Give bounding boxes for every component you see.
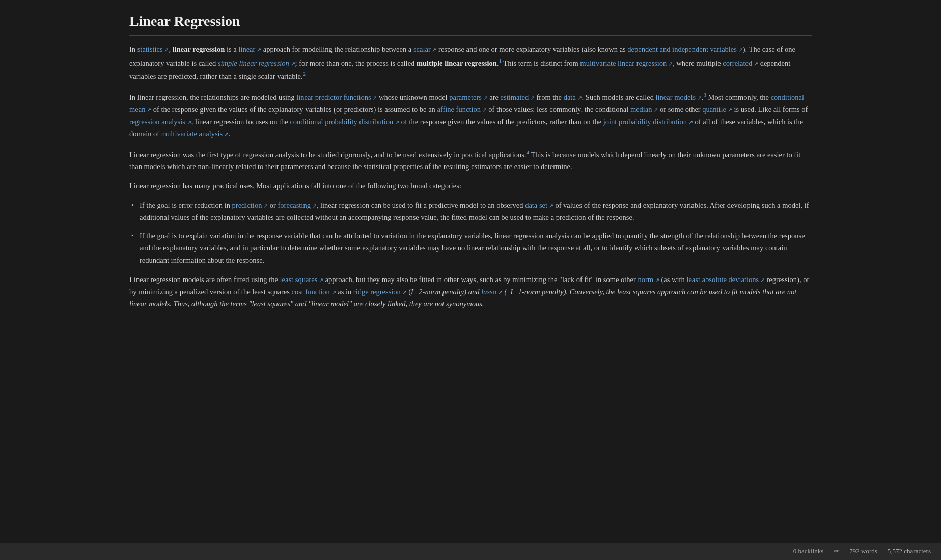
paragraph-3: Linear regression was the first type of … [129,148,812,174]
link-lasso[interactable]: lasso [481,288,503,296]
word-count-label: 792 words [849,546,877,557]
link-joint-probability-distribution[interactable]: joint probability distribution [603,118,693,126]
link-dependent-independent[interactable]: dependent and independent variables [627,45,742,53]
link-prediction[interactable]: prediction [232,201,268,209]
link-affine-function[interactable]: affine function [437,105,486,114]
cite-2[interactable]: 2 [303,71,306,77]
link-least-absolute-deviations[interactable]: least absolute deviations [686,275,765,284]
link-data-set[interactable]: data set [525,201,553,209]
word-count-item: 792 words [849,546,877,557]
link-data[interactable]: data [564,93,582,101]
link-quantile[interactable]: quantile [702,105,732,114]
link-statistics[interactable]: statistics [137,45,169,53]
link-correlated[interactable]: correlated [723,59,758,67]
link-norm[interactable]: norm [638,275,659,284]
link-parameters[interactable]: parameters [449,93,487,101]
cite-3[interactable]: 3 [703,92,706,98]
link-median[interactable]: median [630,105,658,114]
list-item-explanation: If the goal is to explain variation in t… [129,230,812,267]
link-scalar[interactable]: scalar [413,45,437,53]
paragraph-5: Linear regression models are often fitte… [129,274,812,311]
bottom-bar: 0 backlinks ✏ 792 words 5,572 characters [0,543,941,560]
page-container: Linear Regression In statistics, linear … [114,0,827,348]
cite-4[interactable]: 4 [526,149,529,155]
edit-icon-item[interactable]: ✏ [834,546,839,557]
link-least-squares[interactable]: least squares [280,275,323,284]
link-multivariate-linear-regression[interactable]: multivariate linear regression [580,59,673,67]
link-multivariate-analysis[interactable]: multivariate analysis [161,130,229,138]
link-linear[interactable]: linear [238,45,261,53]
link-conditional-probability-distribution[interactable]: conditional probability distribution [290,118,399,126]
link-cost-function[interactable]: cost function [292,288,336,296]
paragraph-4: Linear regression has many practical use… [129,180,812,192]
backlinks-label: 0 backlinks [793,546,824,557]
edit-icon[interactable]: ✏ [834,546,839,557]
backlinks-item: 0 backlinks [793,546,824,557]
link-regression-analysis[interactable]: regression analysis [129,118,191,126]
link-forecasting[interactable]: forecasting [278,201,316,209]
char-count-label: 5,572 characters [888,546,931,557]
link-estimated[interactable]: estimated [501,93,535,101]
bullet-list: If the goal is error reduction in predic… [129,200,812,267]
paragraph-2: In linear regression, the relationships … [129,90,812,141]
list-item-prediction: If the goal is error reduction in predic… [129,200,812,224]
char-count-item: 5,572 characters [888,546,931,557]
paragraph-1: In statistics, linear regression is a li… [129,44,812,83]
cite-1[interactable]: 1 [499,58,502,64]
link-simple-linear-regression[interactable]: simple linear regression [218,59,295,67]
link-linear-models[interactable]: linear models [656,93,702,101]
link-ridge-regression[interactable]: ridge regression [353,288,407,296]
page-title: Linear Regression [129,10,812,36]
link-linear-predictor-functions[interactable]: linear predictor functions [296,93,377,101]
